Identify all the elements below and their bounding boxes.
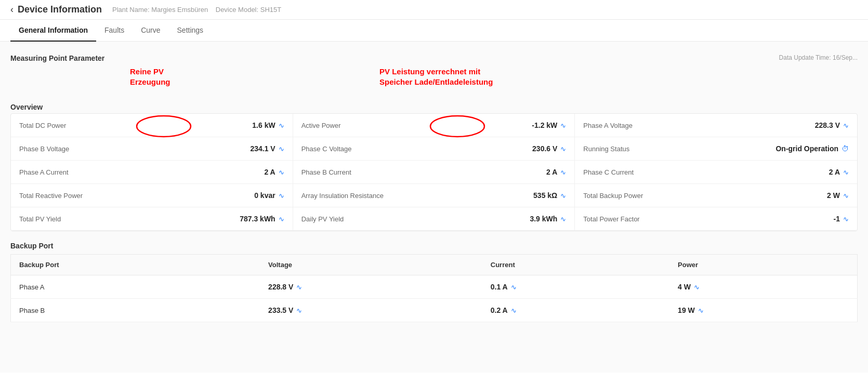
content-area: Measuring Point Parameter Data Update Ti… [0, 42, 868, 373]
value-233-5v: 233.5 V [268, 306, 293, 314]
param-value-active-power: -1.2 kW [532, 121, 557, 129]
param-phase-a-current: Phase A Current 2 A ∿ [11, 161, 293, 184]
param-phase-c-current: Phase C Current 2 A ∿ [575, 161, 857, 184]
wave-icon-phase-a-voltage[interactable]: ∿ [843, 122, 849, 129]
param-value-wrap-total-pv-yield: 787.3 kWh ∿ [240, 215, 284, 223]
param-label-phase-c-current: Phase C Current [583, 168, 634, 176]
col-backup-port: Backup Port [11, 255, 260, 275]
backup-port-section: Backup Port Backup Port Voltage Current … [10, 242, 858, 322]
param-label-total-power-factor: Total Power Factor [583, 215, 639, 223]
param-value-wrap-array-insulation: 535 kΩ ∿ [533, 191, 566, 200]
wave-icon-phase-b-voltage[interactable]: ∿ [279, 145, 284, 153]
param-label-phase-b-current: Phase B Current [301, 168, 351, 176]
tab-curve[interactable]: Curve [133, 20, 168, 42]
backup-port-title: Backup Port [10, 242, 858, 250]
wave-icon-total-power-factor[interactable]: ∿ [843, 215, 849, 223]
plant-name: Plant Name: Margies Emsbüren [112, 6, 208, 14]
param-label-phase-a-voltage: Phase A Voltage [583, 122, 633, 129]
param-phase-b-voltage: Phase B Voltage 234.1 V ∿ [11, 137, 293, 161]
param-value-wrap-total-backup-power: 2 W ∿ [827, 191, 849, 200]
param-value-daily-pv-yield: 3.9 kWh [530, 215, 557, 223]
backup-table-header-row: Backup Port Voltage Current Power [11, 255, 858, 275]
wave-icon-total-reactive-power[interactable]: ∿ [279, 192, 284, 200]
wave-icon-233-5v[interactable]: ∿ [296, 307, 302, 314]
backup-row2-power: 19 W ∿ [669, 299, 857, 322]
col-current: Current [482, 255, 669, 275]
param-value-running-status: On-grid Operation [775, 144, 838, 153]
param-value-wrap-total-reactive-power: 0 kvar ∿ [254, 191, 284, 200]
overview-label: Overview [10, 103, 858, 111]
param-total-dc-power: Total DC Power 1.6 kW ∿ [11, 114, 293, 137]
param-value-array-insulation: 535 kΩ [533, 191, 557, 200]
wave-icon-phase-c-current[interactable]: ∿ [843, 168, 849, 176]
param-value-phase-b-voltage: 234.1 V [250, 144, 275, 153]
clock-icon-running-status[interactable]: ⏱ [841, 144, 849, 153]
value-19w: 19 W [678, 306, 695, 314]
param-label-active-power: Active Power [301, 122, 341, 129]
param-value-wrap-daily-pv-yield: 3.9 kWh ∿ [530, 215, 566, 223]
annotations-area: Reine PVErzeugung PV Leistung verrechnet… [10, 67, 858, 98]
param-value-wrap-phase-b-voltage: 234.1 V ∿ [250, 144, 284, 153]
backup-row2-voltage: 233.5 V ∿ [260, 299, 482, 322]
back-button[interactable]: ‹ [10, 4, 14, 15]
param-active-power: Active Power -1.2 kW ∿ [293, 114, 575, 137]
param-label-phase-c-voltage: Phase C Voltage [301, 145, 352, 153]
wave-icon-phase-b-current[interactable]: ∿ [560, 168, 566, 176]
measuring-point-label: Measuring Point Parameter [10, 54, 104, 62]
param-value-phase-c-current: 2 A [829, 168, 840, 176]
wave-icon-daily-pv-yield[interactable]: ∿ [560, 215, 566, 223]
wave-icon-phase-c-voltage[interactable]: ∿ [560, 145, 566, 153]
param-value-total-pv-yield: 787.3 kWh [240, 215, 275, 223]
param-value-wrap-active-power: -1.2 kW ∿ [532, 121, 566, 129]
param-value-phase-b-current: 2 A [546, 168, 557, 176]
param-value-total-dc-power: 1.6 kW [252, 121, 275, 129]
tab-settings[interactable]: Settings [169, 20, 212, 42]
param-value-wrap-phase-b-current: 2 A ∿ [546, 168, 566, 176]
backup-row1-power: 4 W ∿ [669, 275, 857, 299]
annotation-pv-leistung: PV Leistung verrechnet mitSpeicher Lade/… [379, 67, 493, 87]
param-daily-pv-yield: Daily PV Yield 3.9 kWh ∿ [293, 207, 575, 231]
param-phase-c-voltage: Phase C Voltage 230.6 V ∿ [293, 137, 575, 161]
wave-icon-0-2a[interactable]: ∿ [511, 307, 517, 314]
value-0-1a: 0.1 A [491, 283, 508, 291]
param-value-wrap-total-dc-power: 1.6 kW ∿ [252, 121, 284, 129]
wave-icon-19w[interactable]: ∿ [698, 307, 704, 314]
param-value-wrap-phase-c-current: 2 A ∿ [829, 168, 849, 176]
tab-general-information[interactable]: General Information [10, 20, 96, 42]
wave-icon-4w[interactable]: ∿ [694, 283, 700, 291]
value-228-8v: 228.8 V [268, 283, 293, 291]
param-label-array-insulation: Array Insulation Resistance [301, 192, 384, 200]
col-voltage: Voltage [260, 255, 482, 275]
backup-row2-current: 0.2 A ∿ [482, 299, 669, 322]
tab-faults[interactable]: Faults [96, 20, 133, 42]
param-label-total-dc-power: Total DC Power [19, 122, 66, 129]
param-total-power-factor: Total Power Factor -1 ∿ [575, 207, 857, 231]
param-label-running-status: Running Status [583, 145, 629, 153]
param-value-wrap-running-status: On-grid Operation ⏱ [775, 144, 849, 153]
param-total-reactive-power: Total Reactive Power 0 kvar ∿ [11, 184, 293, 207]
wave-icon-active-power[interactable]: ∿ [560, 122, 566, 129]
wave-icon-total-pv-yield[interactable]: ∿ [279, 215, 284, 223]
backup-row2-port: Phase B [11, 299, 260, 322]
param-label-phase-a-current: Phase A Current [19, 168, 69, 176]
wave-icon-phase-a-current[interactable]: ∿ [279, 168, 284, 176]
wave-icon-array-insulation[interactable]: ∿ [560, 192, 566, 200]
wave-icon-228-8v[interactable]: ∿ [296, 283, 302, 291]
param-total-pv-yield: Total PV Yield 787.3 kWh ∿ [11, 207, 293, 231]
value-4w: 4 W [678, 283, 691, 291]
param-value-wrap-phase-a-current: 2 A ∿ [264, 168, 284, 176]
param-label-total-reactive-power: Total Reactive Power [19, 192, 83, 200]
param-phase-b-current: Phase B Current 2 A ∿ [293, 161, 575, 184]
annotation-reine-pv: Reine PVErzeugung [130, 67, 170, 87]
wave-icon-0-1a[interactable]: ∿ [511, 283, 517, 291]
backup-row1-voltage: 228.8 V ∿ [260, 275, 482, 299]
value-0-2a: 0.2 A [491, 306, 508, 314]
param-value-wrap-phase-c-voltage: 230.6 V ∿ [532, 144, 566, 153]
param-label-daily-pv-yield: Daily PV Yield [301, 215, 344, 223]
tabs-bar: General Information Faults Curve Setting… [0, 20, 868, 42]
wave-icon-total-backup-power[interactable]: ∿ [843, 192, 849, 200]
device-model: Device Model: SH15T [216, 6, 281, 14]
param-running-status: Running Status On-grid Operation ⏱ [575, 137, 857, 161]
wave-icon-total-dc-power[interactable]: ∿ [279, 122, 284, 129]
params-container: Total DC Power 1.6 kW ∿ Active Power -1.… [10, 113, 858, 231]
